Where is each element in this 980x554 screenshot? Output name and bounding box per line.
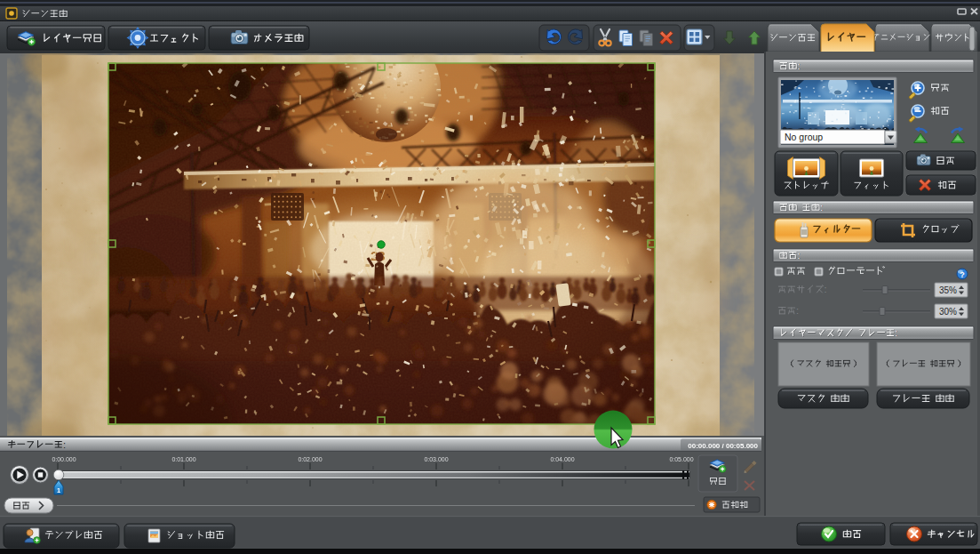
svg-text::: : — [63, 439, 66, 450]
svg-text:0:05.000: 0:05.000 — [669, 456, 693, 462]
svg-text:35%: 35% — [939, 285, 957, 295]
svg-text:0:00.000: 0:00.000 — [52, 456, 76, 462]
svg-text:0:02.000: 0:02.000 — [298, 456, 322, 462]
svg-text:1: 1 — [57, 486, 60, 494]
svg-text::: : — [820, 202, 823, 213]
svg-text:30%: 30% — [939, 307, 957, 317]
svg-text:00:00.000 / 00:05.000: 00:00.000 / 00:05.000 — [688, 442, 758, 450]
svg-text::: : — [895, 327, 897, 338]
svg-text:No group: No group — [785, 132, 823, 142]
svg-text:0:01.000: 0:01.000 — [171, 456, 195, 462]
svg-text:0:04.000: 0:04.000 — [550, 456, 574, 462]
svg-text::: : — [796, 305, 799, 316]
svg-text:?: ? — [960, 270, 965, 279]
svg-text::: : — [825, 284, 827, 294]
svg-text::: : — [798, 250, 801, 261]
svg-text::: : — [798, 60, 801, 71]
svg-text:0:03.000: 0:03.000 — [424, 456, 448, 462]
